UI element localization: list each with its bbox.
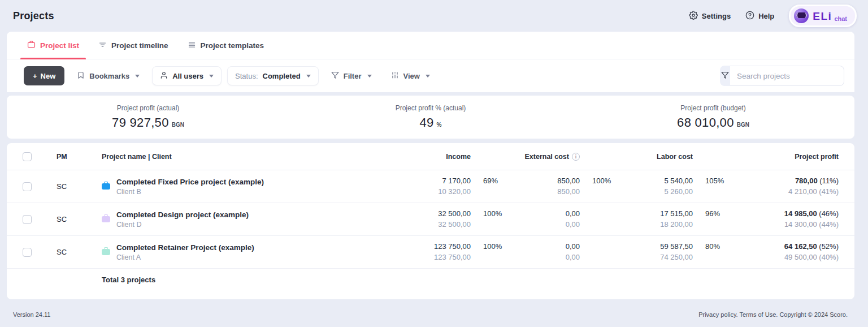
profit-budget: 14 300,00 (44%) xyxy=(728,220,839,229)
col-header-income[interactable]: Income xyxy=(386,153,471,161)
search-input[interactable] xyxy=(730,66,844,86)
bookmarks-button[interactable]: Bookmarks xyxy=(70,66,146,85)
filter-button[interactable]: Filter xyxy=(324,66,379,85)
tab-bar: Project list Project timeline Project te… xyxy=(7,32,854,59)
select-all-checkbox[interactable] xyxy=(23,152,32,161)
external-cost-percent xyxy=(592,242,615,251)
pm-initials: SC xyxy=(41,182,93,191)
row-checkbox[interactable] xyxy=(23,182,32,191)
user-icon xyxy=(160,71,168,81)
help-button[interactable]: Help xyxy=(745,11,774,21)
filter-label: Filter xyxy=(344,72,362,80)
table-row: SC Completed Retainer Project (example) … xyxy=(7,236,854,269)
stat-label: Project profit (budget) xyxy=(680,104,745,112)
funnel-icon xyxy=(331,71,339,81)
gear-icon xyxy=(689,11,698,21)
external-cost-percent: 100% xyxy=(592,177,615,186)
legal-links[interactable]: Privacy policy. Terms of Use. Copyright … xyxy=(698,311,848,318)
version-label: Version 24.11 xyxy=(13,311,50,318)
stat-unit: BGN xyxy=(172,122,184,128)
col-header-external-cost[interactable]: External cost xyxy=(524,153,569,161)
profit-actual: 780,00 xyxy=(795,177,818,185)
view-button[interactable]: View xyxy=(384,66,437,85)
labor-cost-percent: 105% xyxy=(705,177,728,186)
project-briefcase-icon xyxy=(102,183,110,190)
stat-value: 79 927,50 xyxy=(112,115,169,130)
projects-table: PM Project name | Client Income External… xyxy=(7,143,854,299)
pm-initials: SC xyxy=(41,248,93,256)
top-bar: Projects Settings Help ELi chat xyxy=(0,0,868,32)
stat-profit-budget: Project profit (budget) 68 010,00 BGN xyxy=(572,104,854,130)
profit-actual: 14 985,00 xyxy=(784,209,817,218)
income-actual: 123 750,00 xyxy=(386,242,471,251)
top-bar-actions: Settings Help ELi chat xyxy=(689,5,857,27)
settings-button[interactable]: Settings xyxy=(689,11,731,21)
bookmark-icon xyxy=(77,71,85,81)
profit-actual-percent: (46%) xyxy=(819,209,839,218)
col-header-project-profit[interactable]: Project profit xyxy=(728,153,839,161)
col-header-labor-cost[interactable]: Labor cost xyxy=(615,153,693,161)
chevron-down-icon xyxy=(426,75,430,78)
income-budget: 10 320,00 xyxy=(386,187,471,196)
project-name-link[interactable]: Completed Fixed Price project (example) xyxy=(116,178,264,186)
chevron-down-icon xyxy=(306,75,311,78)
project-name-link[interactable]: Completed Design project (example) xyxy=(116,210,249,219)
client-name: Client A xyxy=(116,253,254,261)
profit-actual-percent: (52%) xyxy=(819,242,839,251)
row-checkbox[interactable] xyxy=(23,215,32,224)
project-name-link[interactable]: Completed Retainer Project (example) xyxy=(116,243,254,252)
profit-budget: 49 500,00 (40%) xyxy=(728,253,839,262)
search-group xyxy=(720,66,844,86)
external-cost-budget: 0,00 xyxy=(506,220,580,229)
income-actual: 7 170,00 xyxy=(386,177,471,186)
stat-profit-actual: Project profit (actual) 79 927,50 BGN xyxy=(7,104,289,130)
logo-suffix: chat xyxy=(834,15,847,23)
project-briefcase-icon xyxy=(102,249,110,255)
toolbar: + New Bookmarks All users Status: Comple… xyxy=(7,59,854,92)
users-filter-value: All users xyxy=(172,72,203,80)
search-filter-button[interactable] xyxy=(720,66,730,86)
stat-unit: BGN xyxy=(737,122,749,128)
robot-icon xyxy=(794,8,809,23)
labor-cost-actual: 5 540,00 xyxy=(615,177,693,186)
external-cost-actual: 850,00 xyxy=(506,177,580,186)
plus-icon: + xyxy=(33,72,37,80)
tab-label: Project templates xyxy=(201,41,264,50)
table-total-row: Total 3 projects xyxy=(7,269,854,290)
labor-cost-budget: 5 260,00 xyxy=(615,187,693,196)
profit-actual-percent: (11%) xyxy=(819,177,839,185)
bookmarks-label: Bookmarks xyxy=(89,72,129,80)
settings-label: Settings xyxy=(702,12,731,20)
tab-project-timeline[interactable]: Project timeline xyxy=(92,32,175,59)
chevron-down-icon xyxy=(209,75,214,78)
project-briefcase-icon xyxy=(102,216,110,222)
briefcase-icon xyxy=(27,40,36,50)
main-card: Project list Project timeline Project te… xyxy=(7,32,854,92)
new-button[interactable]: + New xyxy=(24,66,64,85)
chevron-down-icon xyxy=(135,75,140,78)
total-projects-label: Total 3 projects xyxy=(93,276,386,284)
tab-label: Project list xyxy=(40,41,79,50)
col-header-pm[interactable]: PM xyxy=(41,153,93,161)
col-header-name[interactable]: Project name | Client xyxy=(93,153,386,161)
income-budget: 123 750,00 xyxy=(386,253,471,262)
help-label: Help xyxy=(758,12,774,20)
labor-cost-budget: 18 200,00 xyxy=(615,220,693,229)
logo-text: ELi xyxy=(813,11,832,21)
row-checkbox[interactable] xyxy=(23,248,32,257)
info-icon[interactable]: i xyxy=(572,153,580,161)
income-percent: 100% xyxy=(483,209,506,218)
eli-chat-widget[interactable]: ELi chat xyxy=(789,5,857,27)
status-filter-button[interactable]: Status: Completed xyxy=(227,66,319,85)
page-title: Projects xyxy=(13,10,54,22)
stat-profit-percent-actual: Project profit % (actual) 49 % xyxy=(289,104,572,130)
new-label: New xyxy=(41,72,56,80)
external-cost-actual: 0,00 xyxy=(506,209,580,218)
list-lines-icon xyxy=(188,40,196,50)
users-filter-button[interactable]: All users xyxy=(152,66,222,85)
income-budget: 32 500,00 xyxy=(386,220,471,229)
tab-project-templates[interactable]: Project templates xyxy=(181,32,271,59)
labor-cost-percent: 80% xyxy=(705,242,728,251)
tab-project-list[interactable]: Project list xyxy=(20,32,86,59)
stat-value: 49 xyxy=(420,115,434,130)
